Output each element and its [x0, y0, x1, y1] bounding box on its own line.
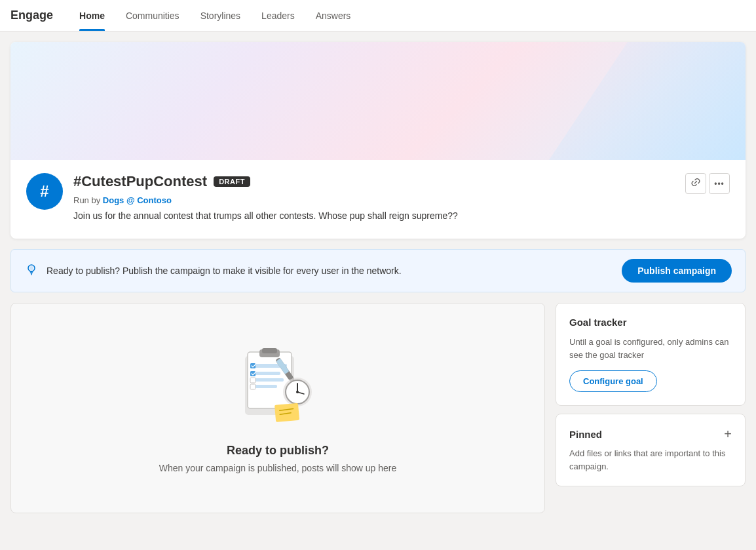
nav-leaders[interactable]: Leaders — [251, 0, 305, 31]
campaign-details: #CutestPupContest DRAFT Run by Dogs @ Co… — [73, 173, 675, 223]
pinned-card: Pinned + Add files or links that are imp… — [556, 414, 746, 486]
pinned-description: Add files or links that are important to… — [569, 447, 732, 473]
nav-links: Home Communities Storylines Leaders Answ… — [69, 0, 361, 31]
publish-info-banner: Ready to publish? Publish the campaign t… — [10, 249, 746, 292]
svg-point-1 — [29, 266, 33, 270]
nav-storylines[interactable]: Storylines — [190, 0, 251, 31]
goal-tracker-description: Until a goal is configured, only admins … — [569, 336, 732, 361]
svg-rect-13 — [250, 384, 255, 389]
svg-rect-7 — [254, 372, 280, 375]
campaign-info: # #CutestPupContest DRAFT Run by Dogs @ … — [10, 160, 746, 239]
pinned-title: Pinned — [569, 429, 602, 440]
campaign-banner: # #CutestPupContest DRAFT Run by Dogs @ … — [10, 42, 746, 239]
campaign-actions: ••• — [685, 173, 730, 194]
empty-state-title: Ready to publish? — [227, 444, 329, 458]
banner-gradient — [10, 42, 746, 160]
main-area-card: Ready to publish? When your campaign is … — [10, 303, 545, 513]
main-content: # #CutestPupContest DRAFT Run by Dogs @ … — [0, 31, 756, 524]
svg-rect-12 — [250, 378, 255, 383]
campaign-run-by-name: Dogs @ Contoso — [103, 195, 172, 205]
nav-bar: Engage Home Communities Storylines Leade… — [0, 0, 756, 31]
nav-home[interactable]: Home — [69, 0, 115, 31]
publish-banner-text: Ready to publish? Publish the campaign t… — [47, 265, 614, 276]
configure-goal-button[interactable]: Configure goal — [569, 370, 657, 392]
nav-answers[interactable]: Answers — [305, 0, 362, 31]
link-icon — [690, 177, 701, 190]
empty-state-illustration — [225, 343, 330, 428]
more-button[interactable]: ••• — [709, 173, 730, 194]
svg-rect-23 — [274, 403, 299, 422]
bottom-section: Ready to publish? When your campaign is … — [10, 303, 746, 513]
nav-communities[interactable]: Communities — [115, 0, 190, 31]
more-icon: ••• — [714, 179, 725, 188]
campaign-title: #CutestPupContest — [73, 173, 207, 190]
pinned-add-button[interactable]: + — [724, 427, 732, 441]
svg-rect-8 — [254, 378, 284, 382]
campaign-description: Join us for the annual contest that trum… — [73, 209, 675, 223]
lightbulb-icon — [24, 262, 39, 280]
svg-rect-9 — [254, 385, 277, 388]
campaign-title-row: #CutestPupContest DRAFT — [73, 173, 675, 190]
campaign-avatar: # — [26, 173, 63, 210]
brand-text: Engage — [10, 9, 53, 22]
campaign-run-by: Run by Dogs @ Contoso — [73, 195, 675, 205]
draft-badge: DRAFT — [214, 176, 250, 187]
svg-rect-5 — [262, 348, 277, 353]
svg-point-22 — [296, 391, 299, 393]
goal-tracker-card: Goal tracker Until a goal is configured,… — [556, 303, 746, 406]
link-button[interactable] — [685, 173, 706, 194]
sidebar: Goal tracker Until a goal is configured,… — [556, 303, 746, 513]
pinned-header: Pinned + — [569, 427, 732, 441]
nav-brand: Engage — [10, 9, 53, 22]
goal-tracker-title: Goal tracker — [569, 317, 732, 328]
empty-state-subtitle: When your campaign is published, posts w… — [159, 463, 397, 473]
publish-campaign-button[interactable]: Publish campaign — [622, 259, 732, 283]
